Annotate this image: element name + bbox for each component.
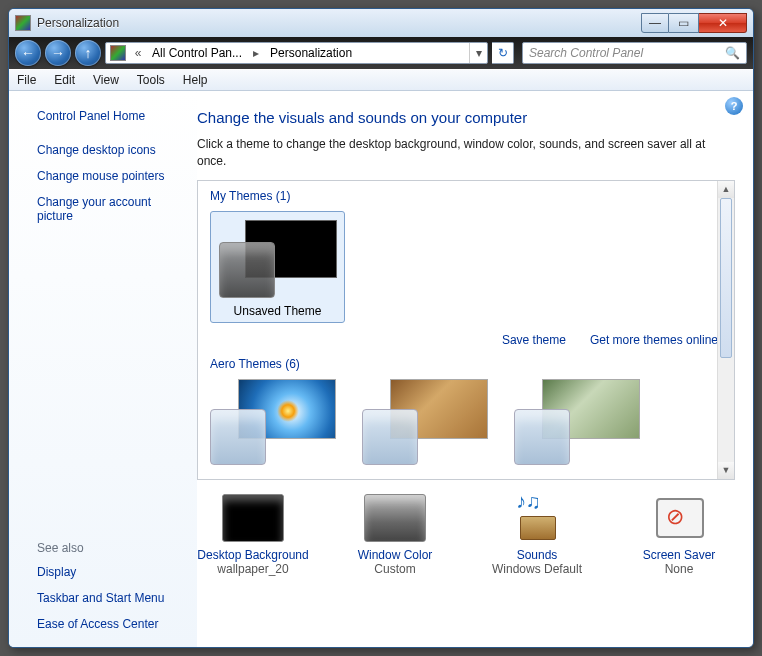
back-button[interactable]: ← xyxy=(15,40,41,66)
theme-unsaved[interactable]: Unsaved Theme xyxy=(210,211,345,323)
sounds-value: Windows Default xyxy=(492,562,582,576)
sidebar-change-account-picture[interactable]: Change your account picture xyxy=(37,195,185,223)
page-subtext: Click a theme to change the desktop back… xyxy=(197,136,735,170)
menu-edit[interactable]: Edit xyxy=(54,73,75,87)
forward-button[interactable]: → xyxy=(45,40,71,66)
minimize-button[interactable]: — xyxy=(641,13,669,33)
sidebar-see-also-header: See also xyxy=(37,541,185,555)
themes-inner: My Themes (1) Unsaved Theme Save theme G… xyxy=(198,181,734,479)
scrollbar[interactable]: ▲ ▼ xyxy=(717,181,734,479)
search-placeholder: Search Control Panel xyxy=(529,46,725,60)
desktop-background-value: wallpaper_20 xyxy=(217,562,288,576)
page-heading: Change the visuals and sounds on your co… xyxy=(197,109,735,126)
desktop-background-icon xyxy=(222,494,284,542)
themes-listbox: My Themes (1) Unsaved Theme Save theme G… xyxy=(197,180,735,480)
sidebar-ease-of-access[interactable]: Ease of Access Center xyxy=(37,617,185,631)
help-icon[interactable]: ? xyxy=(725,97,743,115)
menu-file[interactable]: File xyxy=(17,73,36,87)
desktop-background-label: Desktop Background xyxy=(197,548,308,562)
desktop-background-button[interactable]: Desktop Background wallpaper_20 xyxy=(197,494,309,576)
window-color-thumb xyxy=(219,242,275,298)
window-color-button[interactable]: Window Color Custom xyxy=(339,494,451,576)
close-button[interactable]: ✕ xyxy=(699,13,747,33)
settings-row: Desktop Background wallpaper_20 Window C… xyxy=(197,480,735,576)
up-button[interactable]: ↑ xyxy=(75,40,101,66)
sidebar-change-desktop-icons[interactable]: Change desktop icons xyxy=(37,143,185,157)
aero-theme-2[interactable] xyxy=(362,379,488,465)
window-title: Personalization xyxy=(37,16,641,30)
save-theme-link[interactable]: Save theme xyxy=(502,333,566,347)
sidebar-control-panel-home[interactable]: Control Panel Home xyxy=(37,109,185,123)
window-buttons: — ▭ ✕ xyxy=(641,13,747,33)
window-color-value: Custom xyxy=(374,562,415,576)
content: ? Control Panel Home Change desktop icon… xyxy=(9,91,753,647)
window-color-label: Window Color xyxy=(358,548,433,562)
screen-saver-button[interactable]: Screen Saver None xyxy=(623,494,735,576)
main-panel: Change the visuals and sounds on your co… xyxy=(197,91,753,647)
breadcrumb-personalization[interactable]: Personalization xyxy=(264,43,358,63)
titlebar[interactable]: Personalization — ▭ ✕ xyxy=(9,9,753,37)
breadcrumb-all-control-panel[interactable]: All Control Pan... xyxy=(146,43,248,63)
aero-theme-1[interactable] xyxy=(210,379,336,465)
screen-saver-label: Screen Saver xyxy=(643,548,716,562)
menu-tools[interactable]: Tools xyxy=(137,73,165,87)
chevron-right-icon[interactable]: ▸ xyxy=(248,46,264,60)
menu-help[interactable]: Help xyxy=(183,73,208,87)
scroll-up-button[interactable]: ▲ xyxy=(718,181,734,198)
chevron-left-icon[interactable]: « xyxy=(130,46,146,60)
screen-saver-value: None xyxy=(665,562,694,576)
get-more-themes-link[interactable]: Get more themes online xyxy=(590,333,718,347)
aero-themes-row xyxy=(210,379,722,465)
refresh-button[interactable]: ↻ xyxy=(492,42,514,64)
breadcrumb-dropdown[interactable]: ▾ xyxy=(469,43,487,63)
sidebar-taskbar-start-menu[interactable]: Taskbar and Start Menu xyxy=(37,591,185,605)
sidebar-display[interactable]: Display xyxy=(37,565,185,579)
breadcrumb[interactable]: « All Control Pan... ▸ Personalization ▾ xyxy=(105,42,488,64)
search-icon: 🔍 xyxy=(725,46,740,60)
maximize-button[interactable]: ▭ xyxy=(669,13,699,33)
sidebar: Control Panel Home Change desktop icons … xyxy=(9,91,197,647)
sounds-button[interactable]: Sounds Windows Default xyxy=(481,494,593,576)
location-icon xyxy=(110,45,126,61)
theme-preview xyxy=(219,220,337,298)
sidebar-change-mouse-pointers[interactable]: Change mouse pointers xyxy=(37,169,185,183)
scroll-thumb[interactable] xyxy=(720,198,732,358)
sounds-label: Sounds xyxy=(517,548,558,562)
my-themes-header: My Themes (1) xyxy=(210,189,722,203)
nav-toolbar: ← → ↑ « All Control Pan... ▸ Personaliza… xyxy=(9,37,753,69)
search-input[interactable]: Search Control Panel 🔍 xyxy=(522,42,747,64)
window-color-icon xyxy=(364,494,426,542)
screen-saver-icon xyxy=(648,494,710,542)
aero-themes-header: Aero Themes (6) xyxy=(210,357,722,371)
theme-name: Unsaved Theme xyxy=(219,304,336,318)
menubar: File Edit View Tools Help xyxy=(9,69,753,91)
app-icon xyxy=(15,15,31,31)
scroll-down-button[interactable]: ▼ xyxy=(718,462,734,479)
window: Personalization — ▭ ✕ ← → ↑ « All Contro… xyxy=(8,8,754,648)
menu-view[interactable]: View xyxy=(93,73,119,87)
theme-links: Save theme Get more themes online xyxy=(210,333,718,347)
aero-theme-3[interactable] xyxy=(514,379,640,465)
sounds-icon xyxy=(506,494,568,542)
